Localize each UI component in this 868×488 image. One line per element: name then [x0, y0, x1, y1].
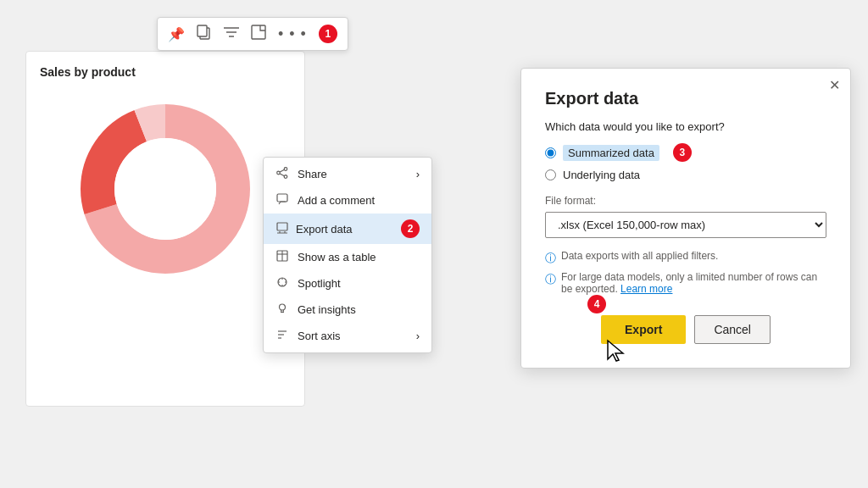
svg-rect-5: [198, 25, 207, 36]
insights-icon: [275, 302, 289, 317]
svg-point-10: [284, 168, 287, 171]
svg-point-3: [114, 138, 216, 240]
more-options-icon[interactable]: • • •: [278, 25, 307, 43]
menu-label-spotlight: Spotlight: [298, 277, 341, 290]
file-format-label: File format:: [545, 195, 826, 207]
info-icon-1: ⓘ: [545, 251, 556, 266]
chart-title: Sales by product: [40, 65, 291, 79]
sort-icon: [275, 329, 289, 343]
chevron-right-sort: ›: [416, 330, 420, 342]
summarized-label-highlight: Summarized data: [563, 145, 659, 161]
table-icon: [275, 250, 289, 264]
svg-marker-26: [608, 341, 623, 361]
dialog-close-button[interactable]: ✕: [829, 77, 840, 93]
copy-icon[interactable]: [197, 25, 212, 43]
menu-label-export-data: Export data: [296, 223, 353, 236]
dialog-footer: 4 Export Cancel: [545, 315, 826, 344]
info-icon-2: ⓘ: [545, 272, 556, 287]
spotlight-icon: [275, 276, 289, 291]
cancel-button[interactable]: Cancel: [694, 315, 771, 344]
menu-item-share[interactable]: Share ›: [264, 161, 431, 187]
svg-rect-15: [277, 194, 287, 202]
menu-item-get-insights[interactable]: Get insights: [264, 297, 431, 323]
step-badge-2: 2: [401, 219, 420, 238]
menu-label-show-table: Show as a table: [298, 251, 376, 263]
svg-point-11: [284, 175, 287, 179]
radio-underlying[interactable]: Underlying data: [545, 169, 826, 181]
filter-icon[interactable]: [224, 26, 239, 42]
donut-chart: [40, 96, 291, 282]
svg-line-13: [280, 169, 284, 172]
expand-icon[interactable]: [251, 25, 266, 43]
pin-icon[interactable]: 📌: [168, 26, 185, 42]
info-text-1: Data exports with all applied filters.: [561, 250, 718, 262]
radio-summarized[interactable]: Summarized data 3: [545, 143, 826, 162]
step-badge-1: 1: [319, 25, 337, 43]
info-line-2: ⓘ For large data models, only a limited …: [545, 271, 826, 295]
menu-label-sort-axis: Sort axis: [298, 330, 341, 342]
menu-label-share: Share: [298, 168, 327, 180]
menu-item-add-comment[interactable]: Add a comment: [264, 187, 431, 214]
step-badge-3: 3: [673, 143, 692, 162]
file-format-select[interactable]: .xlsx (Excel 150,000-row max) .csv: [545, 212, 826, 238]
chevron-right-share: ›: [416, 168, 420, 180]
menu-item-export-data[interactable]: Export data 2: [264, 214, 431, 244]
export-data-dialog: ✕ Export data Which data would you like …: [520, 68, 851, 369]
svg-point-12: [277, 171, 281, 175]
radio-summarized-label: Summarized data: [563, 147, 659, 159]
comment-icon: [275, 193, 289, 208]
chart-toolbar: 📌 • • • 1: [157, 17, 348, 51]
dialog-question: Which data would you like to export?: [545, 120, 826, 133]
learn-more-link[interactable]: Learn more: [620, 283, 672, 295]
svg-line-14: [280, 174, 284, 176]
share-icon: [275, 167, 289, 181]
radio-underlying-input[interactable]: [545, 169, 556, 180]
dialog-title: Export data: [545, 89, 826, 108]
menu-label-add-comment: Add a comment: [298, 194, 375, 207]
menu-label-get-insights: Get insights: [298, 303, 356, 316]
info-line-1: ⓘ Data exports with all applied filters.: [545, 250, 826, 266]
svg-rect-9: [252, 25, 265, 39]
svg-rect-16: [277, 223, 287, 230]
export-icon: [275, 222, 289, 236]
data-type-radio-group: Summarized data 3 Underlying data: [545, 143, 826, 181]
menu-item-show-table[interactable]: Show as a table: [264, 244, 431, 270]
menu-item-spotlight[interactable]: Spotlight: [264, 270, 431, 297]
menu-item-sort-axis[interactable]: Sort axis ›: [264, 323, 431, 349]
radio-summarized-input[interactable]: [545, 147, 556, 158]
cursor-arrow: [606, 339, 625, 368]
context-menu: Share › Add a comment Export data: [263, 157, 432, 353]
step-badge-4: 4: [587, 295, 606, 313]
radio-underlying-label: Underlying data: [563, 169, 640, 181]
svg-point-21: [280, 304, 286, 310]
info-text-2: For large data models, only a limited nu…: [561, 271, 826, 295]
